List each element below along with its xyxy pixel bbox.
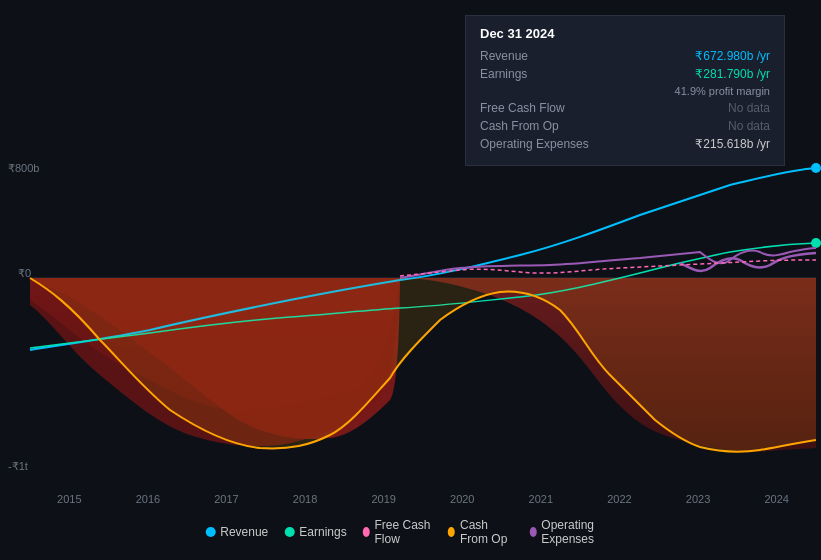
chart-container: Dec 31 2024 Revenue ₹672.980b /yr Earnin… (0, 0, 821, 560)
legend-earnings[interactable]: Earnings (284, 525, 346, 539)
tooltip-row-cashop: Cash From Op No data (480, 119, 770, 133)
cashop-label: Cash From Op (480, 119, 600, 133)
revenue-legend-label: Revenue (220, 525, 268, 539)
revenue-label: Revenue (480, 49, 600, 63)
x-label-2018: 2018 (293, 493, 317, 505)
legend-fcf[interactable]: Free Cash Flow (363, 518, 433, 546)
opex-dot (529, 527, 536, 537)
earnings-label: Earnings (480, 67, 600, 81)
earnings-legend-label: Earnings (299, 525, 346, 539)
svg-point-2 (811, 238, 821, 248)
x-label-2020: 2020 (450, 493, 474, 505)
fcf-legend-label: Free Cash Flow (374, 518, 432, 546)
data-tooltip: Dec 31 2024 Revenue ₹672.980b /yr Earnin… (465, 15, 785, 166)
x-label-2017: 2017 (214, 493, 238, 505)
tooltip-row-revenue: Revenue ₹672.980b /yr (480, 49, 770, 63)
y-axis-neg1t: -₹1t (8, 460, 28, 473)
x-label-2022: 2022 (607, 493, 631, 505)
cashop-legend-label: Cash From Op (460, 518, 514, 546)
x-label-2019: 2019 (371, 493, 395, 505)
revenue-value: ₹672.980b /yr (695, 49, 770, 63)
margin-value: 41.9% profit margin (675, 85, 770, 97)
fcf-dot (363, 527, 370, 537)
revenue-dot (205, 527, 215, 537)
x-label-2023: 2023 (686, 493, 710, 505)
svg-point-1 (811, 163, 821, 173)
fcf-value: No data (728, 101, 770, 115)
opex-value: ₹215.618b /yr (695, 137, 770, 151)
tooltip-date: Dec 31 2024 (480, 26, 770, 41)
tooltip-row-margin: 41.9% profit margin (480, 85, 770, 97)
tooltip-row-earnings: Earnings ₹281.790b /yr (480, 67, 770, 81)
x-axis: 2015 2016 2017 2018 2019 2020 2021 2022 … (30, 493, 816, 505)
earnings-dot (284, 527, 294, 537)
fcf-label: Free Cash Flow (480, 101, 600, 115)
y-axis-0: ₹0 (18, 267, 31, 280)
earnings-value: ₹281.790b /yr (695, 67, 770, 81)
x-label-2015: 2015 (57, 493, 81, 505)
x-label-2016: 2016 (136, 493, 160, 505)
cashop-value: No data (728, 119, 770, 133)
legend-revenue[interactable]: Revenue (205, 525, 268, 539)
chart-legend: Revenue Earnings Free Cash Flow Cash Fro… (205, 518, 616, 546)
tooltip-row-opex: Operating Expenses ₹215.618b /yr (480, 137, 770, 151)
cashop-dot (448, 527, 455, 537)
x-label-2024: 2024 (764, 493, 788, 505)
x-label-2021: 2021 (529, 493, 553, 505)
tooltip-row-fcf: Free Cash Flow No data (480, 101, 770, 115)
opex-legend-label: Operating Expenses (541, 518, 615, 546)
opex-label: Operating Expenses (480, 137, 600, 151)
legend-opex[interactable]: Operating Expenses (529, 518, 615, 546)
y-axis-800: ₹800b (8, 162, 39, 175)
legend-cashop[interactable]: Cash From Op (448, 518, 513, 546)
